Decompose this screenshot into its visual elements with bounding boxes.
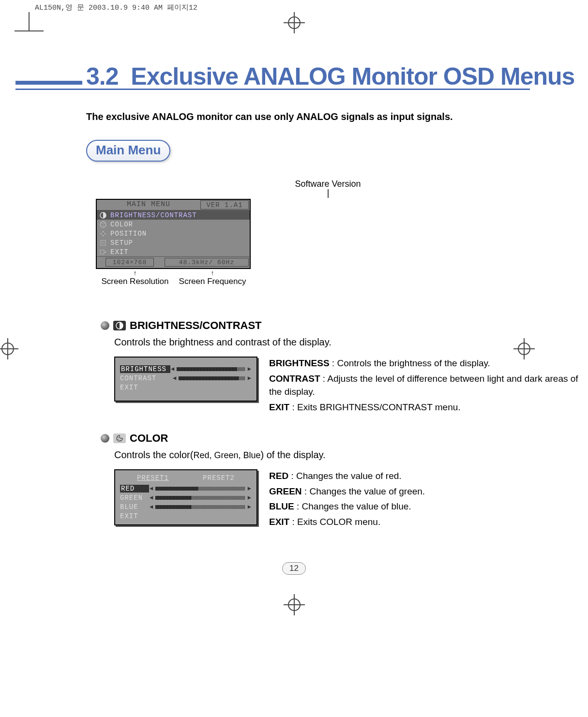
osd-item-label: SETUP (110, 239, 133, 247)
section-title-text (119, 62, 131, 90)
registration-mark-icon (0, 594, 588, 617)
def-term: EXIT (269, 402, 289, 412)
brightness-definitions: BRIGHTNESS : Controls the brightness of … (269, 357, 588, 416)
print-job-header: AL150N,영 문 2003.10.9 9:40 AM 페이지12 (0, 0, 588, 12)
section-title: 3.2 Exclusive ANALOG Monitor OSD Menus (15, 62, 588, 90)
slider-icon: ◀▶ (149, 503, 252, 510)
osd-sub-label: BLUE (120, 503, 149, 511)
def-text: : Exits COLOR menu. (289, 517, 380, 527)
desc-suffix: ) of the display. (260, 449, 325, 460)
intro-text: The exclusive ANALOG monitor can use onl… (86, 111, 588, 122)
osd-sub-item-contrast: CONTRAST ◀▶ (115, 373, 256, 383)
section-title-text: Exclusive ANALOG Monitor OSD Menus (131, 62, 574, 90)
desc-small: Red, Green, Blue (193, 450, 260, 460)
osd-item-brightness: BRIGHTNESS/CONTRAST (97, 210, 250, 220)
def-term: GREEN (269, 486, 302, 496)
osd-sub-item-brightness: BRIGHTNESS ◀▶ (115, 364, 256, 373)
preset2-label: PRESET2 (203, 474, 235, 482)
registration-mark-icon (513, 338, 535, 361)
def-text: : Changes the value of green. (302, 486, 425, 496)
color-heading-row: COLOR (101, 432, 588, 445)
color-heading: COLOR (130, 432, 168, 445)
callout-arrow-icon (0, 189, 588, 198)
def-text: : Exits BRIGHTNESS/CONTRAST menu. (289, 402, 460, 412)
registration-mark-icon (0, 338, 18, 361)
screen-resolution-label: Screen Resolution (102, 277, 169, 286)
svg-point-12 (102, 223, 103, 224)
osd-main-menu: MAIN MENU VER 1.A1 BRIGHTNESS/CONTRAST C… (96, 199, 251, 269)
osd-item-position: POSITION (97, 229, 250, 238)
osd-sub-item-red: RED ◀▶ (115, 484, 256, 493)
slider-icon: ◀▶ (170, 365, 252, 373)
slider-icon: ◀▶ (172, 374, 252, 382)
osd-item-label: BRIGHTNESS/CONTRAST (110, 211, 197, 219)
def-text: : Changes the value of red. (288, 471, 401, 481)
osd-item-color: COLOR (97, 220, 250, 229)
osd-sub-label: EXIT (120, 384, 172, 391)
osd-sub-label: CONTRAST (120, 374, 172, 382)
svg-point-14 (103, 225, 104, 226)
slider-icon: ◀▶ (149, 494, 252, 501)
main-menu-pill: Main Menu (86, 140, 170, 162)
palette-icon (113, 433, 126, 443)
def-term: CONTRAST (269, 373, 320, 384)
osd-resolution-box: 1024×768 (106, 258, 154, 267)
bullet-icon (101, 321, 109, 330)
svg-point-11 (100, 222, 106, 227)
svg-point-19 (118, 437, 119, 438)
bullet-icon (101, 434, 109, 443)
preset-row: PRESET1 PRESET2 (115, 473, 256, 484)
osd-item-exit: EXIT (97, 247, 250, 256)
svg-point-21 (120, 440, 121, 441)
move-arrows-icon (99, 230, 107, 237)
half-circle-icon (99, 212, 107, 219)
def-text: : Controls the brightness of the display… (330, 358, 490, 368)
palette-icon (99, 221, 107, 228)
osd-sub-item-green: GREEN ◀▶ (115, 493, 256, 502)
brightness-heading: BRIGHTNESS/CONTRAST (130, 319, 262, 332)
def-term: BRIGHTNESS (269, 358, 330, 368)
main-menu-label: Main Menu (96, 143, 161, 158)
osd-item-label: POSITION (110, 230, 147, 238)
osd-sub-label: BRIGHTNESS (120, 365, 170, 373)
osd-version-box: VER 1.A1 (200, 200, 249, 209)
osd-sub-item-exit: EXIT (115, 383, 256, 392)
crop-marks-top (0, 12, 588, 43)
half-circle-icon (113, 321, 126, 330)
svg-rect-17 (100, 250, 104, 254)
preset1-label: PRESET1 (137, 474, 169, 482)
brightness-heading-row: BRIGHTNESS/CONTRAST (101, 319, 588, 332)
svg-point-20 (118, 439, 119, 440)
osd-sub-label: RED (120, 485, 149, 493)
osd-sub-item-exit: EXIT (115, 511, 256, 521)
svg-point-13 (104, 223, 105, 224)
def-term: EXIT (269, 517, 289, 527)
tools-icon (99, 239, 107, 246)
osd-frequency-box: 48.3kHz/ 60Hz (165, 258, 249, 267)
osd-sub-label: EXIT (120, 512, 149, 520)
title-accent-bar (15, 81, 82, 85)
slider-icon: ◀▶ (149, 485, 252, 492)
color-desc: Controls the color(Red, Green, Blue) of … (114, 449, 588, 461)
osd-brightness-submenu: BRIGHTNESS ◀▶ CONTRAST ◀▶ EXIT (114, 357, 257, 402)
def-text: : Changes the value of blue. (294, 501, 411, 511)
callout-arrow-icon: ↑ (94, 269, 176, 277)
software-version-label: Software Version (0, 179, 588, 189)
section-number: 3.2 (86, 62, 119, 90)
osd-item-label: COLOR (110, 221, 133, 228)
osd-item-setup: SETUP (97, 238, 250, 247)
desc-prefix: Controls the color( (114, 449, 193, 460)
osd-sub-item-blue: BLUE ◀▶ (115, 502, 256, 511)
def-term: BLUE (269, 501, 294, 511)
osd-callout-labels: ↑ Screen Resolution ↑ Screen Frequency (96, 269, 251, 293)
callout-arrow-icon: ↑ (171, 269, 254, 277)
osd-color-submenu: PRESET1 PRESET2 RED ◀▶ GREEN ◀▶ BLUE ◀▶ … (114, 469, 257, 525)
page-number: 12 (0, 562, 588, 575)
osd-item-label: EXIT (110, 248, 129, 256)
registration-mark-icon (284, 12, 305, 33)
page-number-value: 12 (282, 562, 306, 575)
color-definitions: RED : Changes the value of red. GREEN : … (269, 469, 588, 530)
def-term: RED (269, 471, 288, 481)
screen-frequency-label: Screen Frequency (179, 277, 246, 286)
osd-header: MAIN MENU (97, 200, 200, 210)
